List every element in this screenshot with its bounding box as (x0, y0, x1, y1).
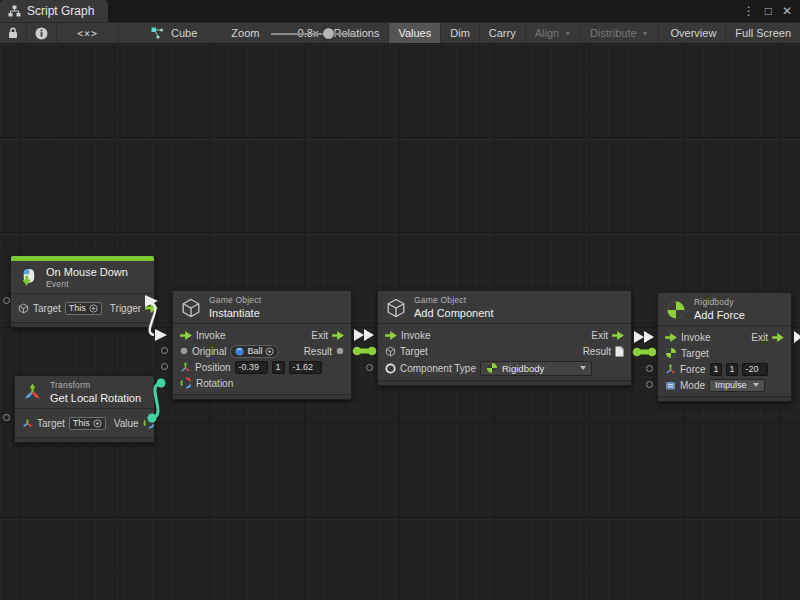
chevron-down-icon: ▼ (642, 30, 649, 37)
node-footer (11, 322, 154, 327)
mode-dropdown[interactable]: Impulse (709, 379, 765, 392)
node-instantiate[interactable]: Game Object Instantiate Invoke Exit (172, 290, 352, 400)
node-category: Game Object (209, 295, 261, 306)
node-header[interactable]: Game Object Add Component (378, 291, 631, 324)
dim-button[interactable]: Dim (441, 23, 480, 43)
enum-icon[interactable] (665, 380, 676, 391)
object-picker-icon[interactable] (89, 304, 98, 313)
distribute-dropdown[interactable]: Distribute▼ (581, 23, 658, 43)
zoom-slider-track[interactable] (271, 33, 355, 35)
type-port-icon[interactable] (385, 363, 396, 374)
port-circle[interactable] (161, 347, 168, 354)
port-circle[interactable] (646, 381, 653, 388)
target-value-field[interactable]: This (65, 302, 102, 315)
exit-port-label: Exit (591, 330, 608, 341)
script-graph-window: Script Graph ⋮ □ ✕ <×> (0, 0, 800, 600)
target-port-label: Target (37, 418, 65, 429)
object-picker-icon[interactable] (265, 347, 274, 356)
wire-endpoint (648, 348, 657, 357)
node-add-force[interactable]: Rigidbody Add Force Invoke Exit (657, 292, 792, 402)
original-object-field[interactable]: Ball (230, 345, 279, 358)
rotation-icon[interactable] (143, 417, 155, 429)
chevron-down-icon (580, 366, 586, 370)
value-port-icon[interactable] (336, 347, 344, 355)
zoom-slider[interactable] (271, 23, 285, 45)
object-picker-icon[interactable] (93, 419, 102, 428)
flow-arrow-icon[interactable] (332, 331, 344, 340)
titlebar-controls: ⋮ □ ✕ (743, 0, 800, 22)
graph-asset[interactable]: Cube (145, 23, 203, 43)
flow-arrow-icon[interactable] (180, 331, 192, 340)
cube-icon (181, 298, 201, 318)
value-port-icon[interactable] (180, 347, 188, 355)
align-dropdown[interactable]: Align▼ (526, 23, 581, 43)
result-port-label: Result (583, 346, 611, 357)
rotation-icon[interactable] (180, 377, 192, 389)
graph-name: Cube (171, 27, 197, 39)
value-port-label: Value (114, 418, 139, 429)
mouse-icon (19, 268, 38, 287)
maximize-icon[interactable]: □ (765, 4, 772, 18)
code-icon: <×> (77, 28, 98, 39)
position-x-field[interactable]: -0.39 (235, 361, 268, 374)
port-circle[interactable] (3, 414, 10, 421)
node-header[interactable]: Game Object Instantiate (173, 291, 351, 324)
force-x-field[interactable]: 1 (710, 363, 722, 376)
values-button[interactable]: Values (389, 23, 441, 43)
titlebar: Script Graph ⋮ □ ✕ (0, 0, 800, 22)
wire-arrowhead (634, 331, 644, 343)
port-circle[interactable] (366, 364, 373, 371)
position-y-field[interactable]: 1 (272, 361, 285, 374)
target-value-field[interactable]: This (69, 417, 106, 430)
graph-canvas[interactable]: On Mouse Down Event Target This (0, 44, 800, 600)
position-z-field[interactable]: -1.62 (289, 361, 322, 374)
flow-arrow-icon[interactable] (665, 333, 677, 342)
transform-mini-icon (22, 418, 33, 429)
port-circle[interactable] (3, 297, 10, 304)
wire-arrowhead (155, 329, 167, 341)
script-graph-tab-icon (8, 5, 21, 17)
node-title: Instantiate (209, 306, 261, 320)
port-circle[interactable] (646, 365, 653, 372)
node-title: Add Force (694, 308, 745, 322)
document-icon[interactable] (615, 346, 624, 357)
node-get-local-rotation[interactable]: Transform Get Local Rotation Target This (14, 375, 155, 443)
rigidbody-icon (486, 362, 498, 374)
tab-script-graph[interactable]: Script Graph (0, 0, 108, 22)
code-view-button[interactable]: <×> (57, 23, 119, 43)
node-title: On Mouse Down (46, 265, 128, 279)
force-z-field[interactable]: -20 (742, 363, 768, 376)
lock-button[interactable] (0, 23, 27, 43)
component-type-dropdown[interactable]: Rigidbody (480, 361, 592, 376)
rotation-port-label: Rotation (196, 378, 233, 389)
node-header[interactable]: On Mouse Down Event (11, 261, 154, 294)
node-title: Add Component (414, 306, 494, 320)
force-port-label: Force (680, 364, 706, 375)
close-icon[interactable]: ✕ (782, 4, 792, 18)
game-object-icon[interactable] (385, 346, 396, 357)
position-axis-icon[interactable] (180, 362, 191, 373)
carry-button[interactable]: Carry (480, 23, 526, 43)
invoke-port-label: Invoke (681, 332, 710, 343)
full-screen-button[interactable]: Full Screen (726, 23, 800, 43)
node-header[interactable]: Transform Get Local Rotation (15, 376, 154, 409)
rigidbody-icon[interactable] (665, 347, 677, 359)
target-port-label: Target (400, 346, 428, 357)
force-y-field[interactable]: 1 (726, 363, 738, 376)
node-on-mouse-down[interactable]: On Mouse Down Event Target This (10, 255, 155, 328)
flow-arrow-icon[interactable] (385, 331, 397, 340)
flow-arrow-icon[interactable] (772, 333, 784, 342)
force-axis-icon[interactable] (665, 364, 676, 375)
port-circle[interactable] (161, 363, 168, 370)
component-type-label: Component Type (400, 363, 476, 374)
node-header[interactable]: Rigidbody Add Force (658, 293, 791, 326)
flow-arrow-icon[interactable] (145, 303, 158, 313)
info-button[interactable] (27, 23, 57, 43)
node-subtitle: Event (46, 279, 128, 290)
flow-arrow-icon[interactable] (612, 331, 624, 340)
menu-icon[interactable]: ⋮ (743, 4, 755, 18)
node-footer (658, 396, 791, 401)
node-add-component[interactable]: Game Object Add Component Invoke Exit (377, 290, 632, 386)
overview-button[interactable]: Overview (662, 23, 727, 43)
exit-port-label: Exit (311, 330, 328, 341)
